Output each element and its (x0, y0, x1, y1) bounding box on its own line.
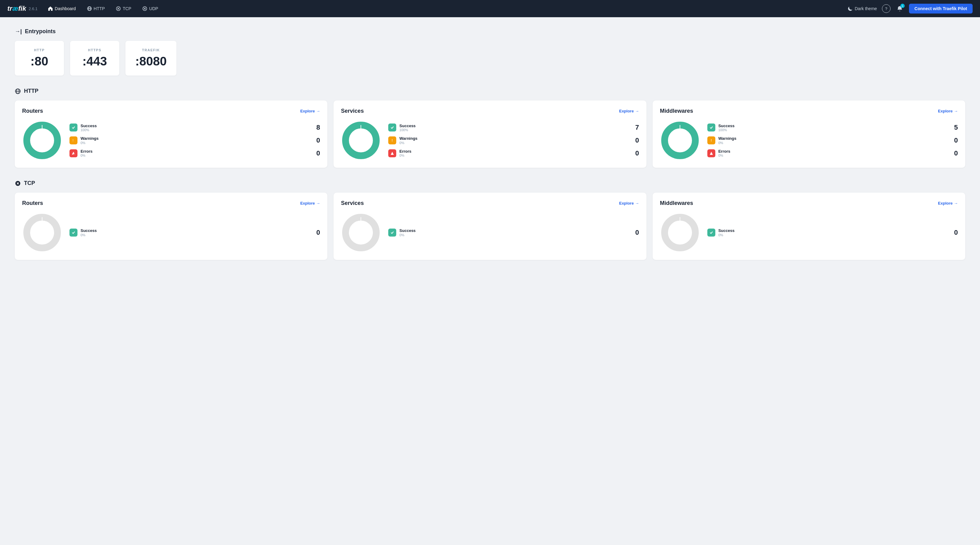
http-routers-body: Success 100% 8 ! Warnings 0% 0 (22, 121, 320, 160)
tcp-routers-donut (22, 213, 62, 253)
arrow-right-icon: → (316, 109, 320, 113)
entrypoints-header: →| Entrypoints (15, 28, 965, 35)
svg-text:!: ! (391, 139, 393, 142)
connect-button[interactable]: Connect with Traefik Pilot (909, 4, 973, 14)
success-icon (388, 124, 396, 132)
globe-icon (87, 6, 92, 11)
http-routers-header: Routers Explore → (22, 108, 320, 114)
success-icon (388, 229, 396, 237)
tcp-services-stats: Success 0% 0 (388, 228, 639, 237)
http-middlewares-explore[interactable]: Explore → (938, 109, 958, 113)
tcp-middlewares-donut (660, 213, 700, 253)
tcp-services-card: Services Explore → (334, 192, 646, 260)
http-routers-card: Routers Explore → (15, 100, 328, 168)
tcp-middlewares-header: Middlewares Explore → (660, 200, 958, 207)
entrypoints-title: Entrypoints (25, 28, 56, 35)
http-services-title: Services (341, 108, 364, 114)
http-middlewares-body: Success 100% 5 ! Warnings 0% 0 (660, 121, 958, 160)
arrow-right-icon: → (954, 109, 958, 113)
http-services-errors: Errors 0% 0 (388, 149, 639, 157)
notification-badge: 1 (900, 4, 905, 8)
tcp-middlewares-stats: Success 0% 0 (707, 228, 958, 237)
help-button[interactable]: ? (882, 4, 891, 13)
entrypoints-row: HTTP :80 HTTPS :443 TRAEFIK :8080 (15, 41, 965, 76)
http-middlewares-errors: Errors 0% 0 (707, 149, 958, 157)
http-section-header: HTTP (15, 88, 965, 94)
http-globe-icon (15, 88, 21, 94)
tcp-services-title: Services (341, 200, 364, 207)
arrow-right-icon: → (316, 201, 320, 205)
http-routers-title: Routers (22, 108, 43, 114)
arrow-right-icon: → (635, 201, 639, 205)
success-icon (70, 124, 78, 132)
http-routers-warnings: ! Warnings 0% 0 (70, 136, 320, 145)
tcp-routers-stats: Success 0% 0 (70, 228, 320, 237)
tcp-services-donut (341, 213, 381, 253)
http-services-donut (341, 121, 381, 160)
nav-tcp[interactable]: TCP (111, 0, 135, 17)
http-cards-row: Routers Explore → (15, 100, 965, 168)
tcp-cards-row: Routers Explore → (15, 192, 965, 260)
http-services-body: Success 100% 7 ! Warnings 0% 0 (341, 121, 639, 160)
navbar-right: Dark theme ? 1 Connect with Traefik Pilo… (848, 4, 973, 14)
warning-icon: ! (388, 137, 396, 145)
tcp-section-title: TCP (24, 180, 35, 186)
navbar: træfik 2.6.1 Dashboard HTTP TCP UDP (0, 0, 980, 17)
moon-icon (848, 6, 853, 11)
logo: træfik 2.6.1 (7, 5, 38, 13)
warning-icon: ! (70, 137, 78, 145)
http-section-title: HTTP (24, 88, 38, 94)
tcp-routers-success: Success 0% 0 (70, 228, 320, 237)
http-services-warnings: ! Warnings 0% 0 (388, 136, 639, 145)
http-services-header: Services Explore → (341, 108, 639, 114)
http-routers-success: Success 100% 8 (70, 124, 320, 132)
http-services-card: Services Explore → (334, 100, 646, 168)
http-routers-stats: Success 100% 8 ! Warnings 0% 0 (70, 124, 320, 157)
dark-theme-toggle[interactable]: Dark theme (848, 6, 877, 11)
http-services-explore[interactable]: Explore → (619, 109, 639, 113)
http-middlewares-warnings: ! Warnings 0% 0 (707, 136, 958, 145)
http-services-stats: Success 100% 7 ! Warnings 0% 0 (388, 124, 639, 157)
error-icon (388, 149, 396, 157)
error-icon: ▲ (70, 149, 78, 157)
notifications-button[interactable]: 1 (896, 4, 904, 13)
main-content: →| Entrypoints HTTP :80 HTTPS :443 TRAEF… (0, 17, 980, 283)
tcp-middlewares-body: Success 0% 0 (660, 213, 958, 253)
svg-text:▲: ▲ (73, 153, 75, 154)
tcp-routers-card: Routers Explore → (15, 192, 328, 260)
entrypoints-icon: →| (15, 28, 22, 35)
tcp-middlewares-explore[interactable]: Explore → (938, 201, 958, 205)
entrypoint-http: HTTP :80 (15, 41, 64, 76)
http-middlewares-stats: Success 100% 5 ! Warnings 0% 0 (707, 124, 958, 157)
http-routers-errors: ▲ Errors 0% 0 (70, 149, 320, 157)
tcp-routers-header: Routers Explore → (22, 200, 320, 207)
udp-icon (142, 6, 147, 11)
svg-text:!: ! (73, 139, 73, 142)
home-icon (48, 6, 53, 11)
tcp-services-success: Success 0% 0 (388, 228, 639, 237)
tcp-routers-body: Success 0% 0 (22, 213, 320, 253)
tcp-services-body: Success 0% 0 (341, 213, 639, 253)
svg-text:!: ! (711, 139, 712, 142)
http-middlewares-header: Middlewares Explore → (660, 108, 958, 114)
tcp-middlewares-success: Success 0% 0 (707, 228, 958, 237)
nav-udp[interactable]: UDP (138, 0, 162, 17)
http-middlewares-title: Middlewares (660, 108, 693, 114)
logo-text: træfik (7, 5, 26, 13)
success-icon (70, 229, 78, 237)
success-icon (707, 124, 715, 132)
warning-icon: ! (707, 137, 715, 145)
tcp-services-explore[interactable]: Explore → (619, 201, 639, 205)
nav-http[interactable]: HTTP (83, 0, 110, 17)
tcp-services-header: Services Explore → (341, 200, 639, 207)
version-label: 2.6.1 (29, 6, 38, 11)
http-services-success: Success 100% 7 (388, 124, 639, 132)
svg-marker-27 (710, 152, 713, 155)
arrow-right-icon: → (635, 109, 639, 113)
tcp-routers-title: Routers (22, 200, 43, 207)
http-routers-explore[interactable]: Explore → (300, 109, 320, 113)
nav-dashboard[interactable]: Dashboard (44, 0, 80, 17)
tcp-routers-explore[interactable]: Explore → (300, 201, 320, 205)
arrow-right-icon: → (954, 201, 958, 205)
success-icon (707, 229, 715, 237)
